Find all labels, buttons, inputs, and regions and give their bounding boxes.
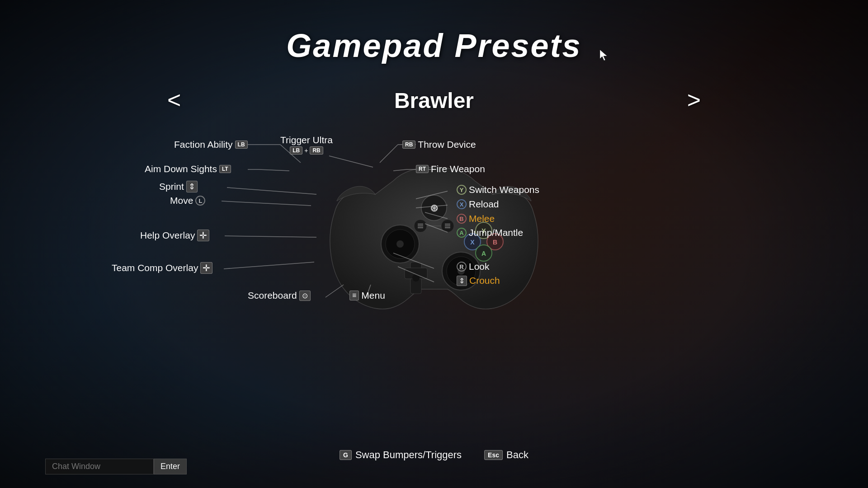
svg-text:X: X: [470, 239, 475, 246]
svg-text:A: A: [481, 250, 486, 257]
controller-diagram: ⊛ Y X B: [321, 122, 547, 321]
swap-label: Swap Bumpers/Triggers: [355, 449, 462, 461]
svg-text:⊛: ⊛: [430, 202, 438, 214]
bottom-bar: G Swap Bumpers/Triggers Esc Back: [340, 449, 528, 461]
chat-window: Enter: [45, 459, 187, 474]
back-item: Esc Back: [484, 449, 528, 461]
enter-badge[interactable]: Enter: [154, 459, 187, 474]
page-title: Gamepad Presets: [286, 27, 581, 64]
swap-bumpers-item: G Swap Bumpers/Triggers: [340, 449, 462, 461]
next-preset-button[interactable]: >: [687, 88, 701, 112]
svg-point-4: [396, 240, 404, 248]
svg-text:Y: Y: [481, 227, 486, 235]
preset-name: Brawler: [394, 88, 474, 113]
esc-badge: Esc: [484, 450, 503, 460]
svg-text:B: B: [493, 239, 497, 246]
chat-input-field[interactable]: [45, 459, 154, 474]
prev-preset-button[interactable]: <: [167, 88, 181, 112]
svg-point-7: [458, 267, 465, 275]
back-label: Back: [506, 449, 528, 461]
svg-point-10: [412, 274, 420, 282]
g-badge: G: [340, 450, 352, 460]
